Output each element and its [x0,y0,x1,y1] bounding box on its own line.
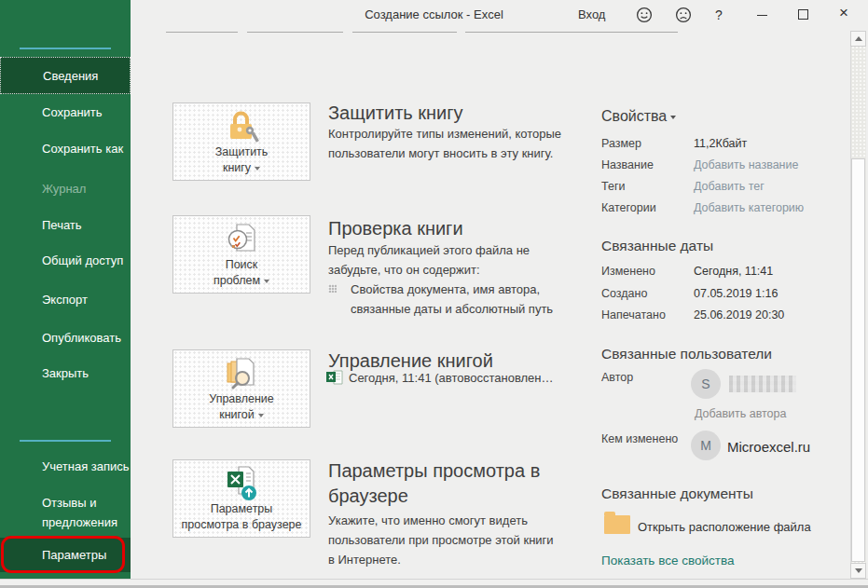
sidebar-item-feedback[interactable]: Отзывы и предложения [0,488,131,535]
protect-workbook-button[interactable]: Защитить книгу [172,103,310,181]
prop-label-size: Размер [601,137,641,150]
dropdown-caret-icon [670,116,676,119]
show-all-properties-link[interactable]: Показать все свойства [601,554,734,567]
scrollbar-up-button[interactable] [850,31,866,47]
redacted-underline [247,32,343,33]
author-name-redacted [729,376,796,392]
excel-file-icon [326,370,344,385]
prop-add-title[interactable]: Добавить название [694,158,798,171]
sidebar-item-info[interactable]: Сведения [0,57,131,94]
author-label: Автор [601,371,633,384]
sidebar-item-account[interactable]: Учетная запись [0,448,131,485]
sidebar-item-options[interactable]: Параметры [0,538,131,572]
author-avatar: S [691,369,721,399]
date-label-printed: Напечатано [601,308,666,321]
tile-label: Поиск проблем [214,257,269,289]
sidebar-item-save-as[interactable]: Сохранить как [0,130,131,168]
related-dates-header: Связанные даты [601,238,713,254]
close-button[interactable]: × [839,4,848,22]
redacted-underline [465,32,678,33]
triangle-down-icon [855,568,862,573]
redacted-underline [166,32,238,33]
section-heading-inspect: Проверка книги [328,216,561,241]
open-file-location-link[interactable]: Открыть расположение файла [638,520,811,534]
section-desc-protect: Контролируйте типы изменений, которые по… [328,124,563,163]
sidebar-item-print[interactable]: Печать [0,207,131,244]
related-documents-header: Связанные документы [601,485,753,502]
window-bottom-edge [0,579,868,588]
date-value-created: 07.05.2019 1:16 [694,287,778,300]
sidebar-item-close[interactable]: Закрыть [0,355,131,392]
date-value-printed: 25.06.2019 20:30 [694,308,784,321]
date-label-created: Создано [601,287,647,300]
section-desc-inspect: Перед публикацией этого файла не забудьт… [328,240,563,280]
minimize-button[interactable] [757,15,767,16]
section-heading-protect: Защитить книгу [328,101,561,126]
prop-add-category[interactable]: Добавить категорию [694,201,804,214]
section-desc-browser-view: Укажите, что именно смогут видеть пользо… [328,511,563,569]
scrollbar-thumb[interactable] [851,158,865,562]
date-label-modified: Изменено [601,265,655,278]
sign-in-button[interactable]: Вход [578,7,605,21]
maximize-button[interactable] [798,9,808,20]
inspect-document-icon [222,222,261,257]
properties-header-dropdown[interactable]: Свойства [601,108,676,125]
dropdown-caret-icon [264,280,269,283]
add-author-link[interactable]: Добавить автора [695,407,786,420]
modifier-avatar: M [691,431,721,460]
folder-icon[interactable] [604,515,630,534]
prop-label-title: Название [601,158,654,171]
help-button[interactable]: ? [715,7,723,22]
sidebar-divider [20,440,111,442]
triangle-up-icon [855,36,862,41]
manage-versions-icon [220,356,263,391]
dropdown-caret-icon [258,414,264,417]
date-value-modified: Сегодня, 11:41 [694,265,773,278]
prop-label-categories: Категории [601,201,656,214]
manage-workbook-button[interactable]: Управление книгой [172,349,310,428]
tile-label: Управление книгой [209,391,274,423]
bullet-square-icon [328,284,337,293]
redacted-underline [352,32,457,33]
scrollbar-down-button[interactable] [850,563,866,579]
sidebar-item-save[interactable]: Сохранить [0,94,131,131]
feedback-frown-icon[interactable] [675,7,692,27]
related-people-header: Связанные пользователи [601,346,772,362]
tile-label: Параметры просмотра в браузере [181,501,301,533]
sidebar-item-share[interactable]: Общий доступ [0,242,131,280]
sidebar-item-history: Журнал [0,171,131,208]
browser-view-options-icon [220,466,263,501]
check-for-issues-button[interactable]: Поиск проблем [172,215,310,294]
backstage-sidebar: Сведения Сохранить Сохранить как Журнал … [0,0,131,580]
modified-by-label: Кем изменено [601,432,678,445]
section-heading-browser-view: Параметры просмотра в браузере [328,458,552,509]
sidebar-item-publish[interactable]: Опубликовать [0,320,131,357]
prop-add-tag[interactable]: Добавить тег [694,180,765,193]
autorecover-version-entry[interactable]: Сегодня, 11:41 (автовосстановлен… [326,370,553,385]
browser-view-options-button[interactable]: Параметры просмотра в браузере [172,459,310,538]
sidebar-divider [20,48,111,49]
tile-label: Защитить книгу [215,144,269,176]
sidebar-item-export[interactable]: Экспорт [0,281,131,319]
inspect-bullet-text: Свойства документа, имя автора, связанны… [351,280,567,319]
prop-value-size: 11,2Кбайт [694,137,747,150]
feedback-smile-icon[interactable] [636,7,653,27]
modifier-name: Microexcel.ru [727,439,810,455]
dropdown-caret-icon [255,167,260,171]
lock-key-icon [222,109,261,144]
prop-label-tags: Теги [601,180,625,193]
